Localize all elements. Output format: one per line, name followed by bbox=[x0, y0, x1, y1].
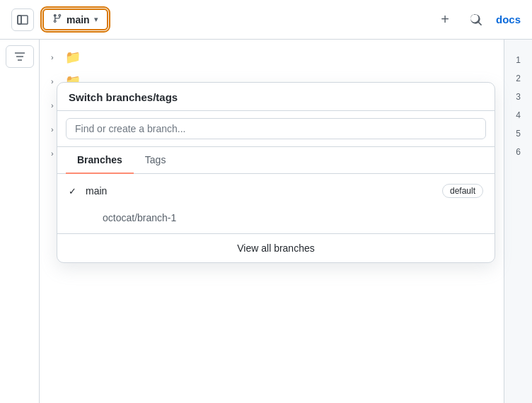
check-icon-empty bbox=[69, 213, 80, 223]
tab-tags[interactable]: Tags bbox=[134, 147, 178, 174]
branch-name-octocat: octocat/branch-1 bbox=[86, 212, 483, 223]
expand-arrow-icon: › bbox=[51, 53, 59, 62]
filter-button[interactable] bbox=[6, 45, 34, 68]
dropdown-title: Switch branches/tags bbox=[57, 83, 495, 111]
branch-selector-button[interactable]: main ▾ bbox=[42, 8, 108, 30]
search-row bbox=[57, 111, 495, 147]
tab-branches[interactable]: Branches bbox=[66, 147, 134, 174]
toolbar: main ▾ + docs bbox=[0, 0, 532, 40]
check-icon: ✓ bbox=[69, 186, 80, 197]
default-badge: default bbox=[442, 184, 483, 198]
view-all-branches-button[interactable]: View all branches bbox=[57, 233, 495, 262]
branch-item-octocat[interactable]: octocat/branch-1 bbox=[57, 205, 495, 230]
content-area: › 📁 › 📁 › 📁 › 📁 › 📁 components 1 2 bbox=[0, 40, 532, 403]
line-number: 2 bbox=[516, 69, 521, 88]
search-button[interactable] bbox=[465, 8, 487, 31]
branch-name-main: main bbox=[86, 185, 436, 197]
sidebar-toggle-button[interactable] bbox=[11, 8, 34, 31]
search-icon bbox=[470, 13, 482, 26]
line-number: 4 bbox=[516, 106, 521, 124]
file-row[interactable]: › 📁 bbox=[40, 45, 504, 69]
filter-icon bbox=[14, 52, 25, 62]
branch-name-label: main bbox=[66, 14, 90, 25]
sidebar-icon bbox=[17, 14, 28, 25]
docs-link[interactable]: docs bbox=[496, 13, 521, 25]
folder-icon: 📁 bbox=[65, 49, 81, 65]
branch-icon bbox=[52, 13, 62, 25]
branch-list: ✓ main default octocat/branch-1 bbox=[57, 174, 495, 233]
branch-dropdown-panel: Switch branches/tags Branches Tags ✓ mai… bbox=[57, 82, 495, 263]
chevron-down-icon: ▾ bbox=[94, 15, 98, 24]
line-number: 5 bbox=[516, 124, 521, 143]
line-number: 6 bbox=[516, 143, 521, 161]
line-numbers-panel: 1 2 3 4 5 6 bbox=[504, 40, 532, 403]
branch-item-main[interactable]: ✓ main default bbox=[57, 177, 495, 205]
sidebar bbox=[0, 40, 40, 403]
add-file-button[interactable]: + bbox=[434, 8, 456, 31]
line-numbers: 1 2 3 4 5 6 bbox=[510, 45, 526, 167]
tabs-row: Branches Tags bbox=[57, 147, 495, 174]
line-number: 1 bbox=[516, 51, 521, 69]
svg-rect-1 bbox=[18, 16, 28, 24]
line-number: 3 bbox=[516, 88, 521, 106]
branch-search-input[interactable] bbox=[66, 118, 486, 139]
